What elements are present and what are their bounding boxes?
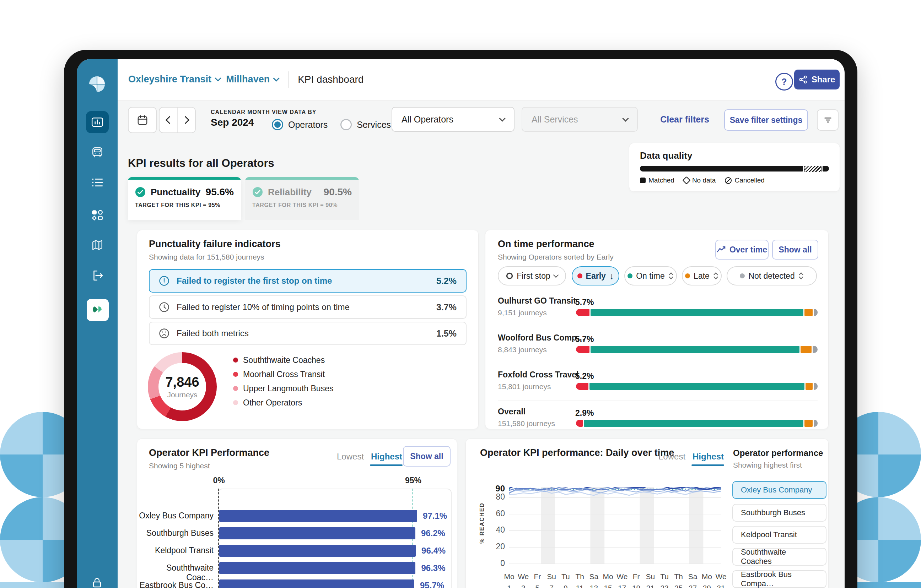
month-nav: [159, 107, 196, 133]
show-all-button[interactable]: Show all: [772, 240, 818, 260]
previous-month-button[interactable]: [159, 107, 177, 132]
chevron-down-icon: [499, 115, 505, 122]
first-stop-dropdown[interactable]: First stop: [498, 266, 566, 286]
operator-button-keldpool[interactable]: Keldpool Transit: [732, 526, 827, 544]
kpi-bar: [219, 562, 415, 574]
kpi-bar-row: Souththwaite Coac… 96.3%: [137, 562, 457, 574]
operator-performance-subtitle: Showing highest first: [733, 461, 802, 469]
tab-reliability-label: Reliability: [268, 187, 312, 198]
clock-icon: [159, 302, 169, 312]
app-logo-icon: [89, 76, 105, 92]
sidebar-item-apps[interactable]: [91, 209, 104, 222]
sort-icon: [798, 271, 804, 281]
share-button-label: Share: [812, 75, 835, 84]
clear-filters-button[interactable]: Clear filters: [653, 107, 717, 132]
operator-button-eastbrook[interactable]: Eastbrook Bus Compa…: [732, 570, 827, 588]
next-month-button[interactable]: [177, 107, 195, 132]
save-filter-settings-button[interactable]: Save filter settings: [724, 109, 808, 131]
failure-donut-chart: 7,846 Journeys: [148, 352, 217, 421]
breadcrumb: Oxleyshire Transit Millhaven KPI dashboa…: [128, 59, 363, 100]
radio-operators[interactable]: [272, 119, 283, 130]
kpi-bar-value: 96.2%: [421, 528, 445, 538]
chevron-down-icon: [622, 115, 628, 122]
radio-services-label: Services: [357, 120, 391, 130]
services-select[interactable]: All Services: [522, 107, 638, 132]
kpi-bar-row: Oxley Bus Company 97.1%: [137, 510, 457, 522]
line-chart: [509, 487, 721, 564]
sidebar-item-dashboard[interactable]: [86, 111, 109, 133]
highest-toggle[interactable]: Highest: [371, 452, 402, 461]
sidebar-item-services-list[interactable]: [91, 176, 104, 189]
operators-select-value: All Operators: [402, 114, 453, 125]
operator-button-souththwaite[interactable]: Souththwaite Coaches: [732, 548, 827, 565]
help-button[interactable]: ?: [775, 73, 793, 91]
breadcrumb-divider: [288, 71, 288, 88]
operator-name: Woolford Bus Comp…: [498, 333, 585, 343]
kpi-perf-title: Operator KPI Performance: [149, 447, 269, 458]
failure-row-first-stop[interactable]: Failed to register the first stop on tim…: [149, 269, 467, 292]
filter-options-button[interactable]: [817, 109, 838, 131]
y-axis-ticks: 90806040200: [475, 439, 505, 588]
operator-journeys: 15,801 journeys: [498, 382, 551, 391]
daily-title: Operator KPI performance: Daily over tim…: [480, 447, 674, 458]
early-percent: 5.2%: [575, 371, 594, 381]
operator-button-southburgh[interactable]: Southburgh Buses: [732, 504, 827, 521]
filter-lines-icon: [823, 115, 833, 125]
tab-reliability-value: 90.5%: [324, 187, 352, 198]
kpi-results-heading: KPI results for all Operators: [128, 157, 274, 170]
sort-pill-late[interactable]: Late: [682, 266, 722, 286]
daily-over-time-card: Operator KPI performance: Daily over tim…: [465, 439, 828, 588]
month-value: Sep 2024: [211, 117, 254, 128]
cancelled-icon: [725, 177, 732, 184]
kpi-bar-value: 96.4%: [421, 546, 446, 556]
radio-services[interactable]: [340, 119, 352, 130]
operators-select[interactable]: All Operators: [392, 107, 514, 132]
sidebar-item-lock[interactable]: [91, 577, 104, 588]
sidebar-item-map[interactable]: [91, 239, 104, 252]
show-all-button[interactable]: Show all: [403, 446, 451, 466]
failure-row-label: Failed both metrics: [177, 328, 249, 338]
lock-icon: [91, 577, 103, 588]
bar-chart-icon: [91, 116, 104, 128]
lowest-toggle[interactable]: Lowest: [658, 452, 685, 461]
tab-reliability[interactable]: Reliability 90.5% TARGET FOR THIS KPI = …: [245, 177, 359, 220]
sort-pill-on-time[interactable]: On time: [624, 266, 677, 286]
stacked-bar: [576, 383, 818, 390]
sort-pill-early[interactable]: Early ↓: [572, 266, 619, 286]
highest-toggle[interactable]: Highest: [693, 452, 724, 461]
data-quality-title: Data quality: [640, 150, 692, 161]
calendar-month-label: CALENDAR MONTH: [211, 109, 270, 115]
shapes-icon: [91, 209, 104, 222]
lowest-toggle[interactable]: Lowest: [337, 452, 364, 461]
stacked-bar: [576, 346, 818, 353]
failure-row-both-metrics[interactable]: Failed both metrics 1.5%: [149, 322, 467, 345]
donut-legend: Souththwaite Coaches Moorhall Cross Tran…: [233, 353, 333, 410]
sort-icon: [713, 271, 718, 281]
data-quality-card: Data quality Matched No data Cancelled: [629, 143, 840, 192]
tab-punctuality-label: Punctuality: [151, 187, 200, 198]
partner-app-icon: [92, 304, 104, 316]
failure-row-timing-points[interactable]: Failed to register 10% of timing points …: [149, 296, 467, 319]
on-time-dot-icon: [628, 273, 633, 278]
breadcrumb-org-dropdown[interactable]: Oxleyshire Transit: [128, 74, 220, 85]
operator-button-oxley[interactable]: Oxley Bus Company: [732, 481, 827, 499]
share-button[interactable]: Share: [794, 70, 840, 89]
breadcrumb-region-dropdown[interactable]: Millhaven: [226, 74, 278, 85]
overall-early-percent: 2.9%: [575, 408, 594, 418]
page-title: KPI dashboard: [298, 74, 363, 85]
sidebar-item-logout[interactable]: [91, 269, 104, 282]
matched-swatch-icon: [640, 177, 646, 183]
sidebar-item-vehicles[interactable]: [91, 146, 104, 159]
clear-filters-label: Clear filters: [660, 114, 709, 125]
sort-pill-not-detected[interactable]: Not detected: [727, 266, 817, 286]
tab-punctuality[interactable]: Punctuality 95.6% TARGET FOR THIS KPI = …: [128, 177, 241, 220]
sidebar-item-partner-app[interactable]: [87, 299, 109, 321]
early-label: Early: [586, 271, 606, 281]
legend-matched-label: Matched: [648, 177, 674, 184]
sort-icon: [668, 271, 674, 281]
tab-punctuality-value: 95.6%: [206, 187, 234, 198]
calendar-button[interactable]: [128, 107, 157, 133]
over-time-button[interactable]: Over time: [715, 240, 768, 260]
kpi-perf-subtitle: Showing 5 highest: [149, 461, 210, 470]
highest-toggle-underline: [692, 465, 724, 466]
